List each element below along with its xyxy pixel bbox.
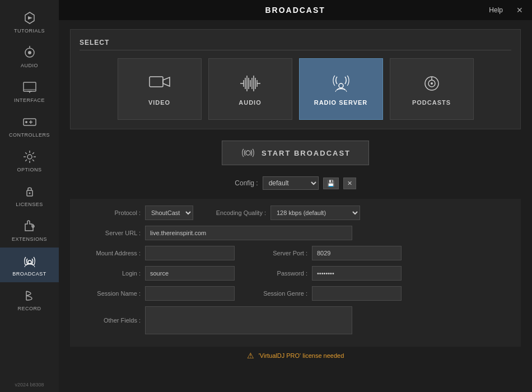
sidebar-label-controllers: CONTROLLERS: [9, 132, 50, 138]
sidebar-item-record[interactable]: RECORD: [0, 282, 59, 317]
titlebar: BROADCAST Help ✕: [59, 0, 532, 20]
server-port-label: Server Port :: [246, 250, 307, 256]
broadcast-btn-wrapper: START BROADCAST: [70, 141, 521, 165]
config-save-button[interactable]: 💾: [323, 178, 339, 189]
main-content: BROADCAST Help ✕ SELECT VIDEO: [59, 0, 532, 392]
warning-bar: ⚠ 'VirtualDJ PRO' license needed: [70, 347, 521, 365]
server-url-input[interactable]: [145, 226, 352, 240]
svg-point-32: [246, 151, 250, 155]
svg-point-30: [431, 82, 433, 85]
session-genre-label: Session Genre :: [246, 290, 307, 297]
session-row: Session Name : Session Genre :: [79, 286, 512, 301]
login-label: Login :: [79, 270, 141, 277]
card-audio[interactable]: AUDIO: [208, 58, 292, 120]
sidebar-item-tutorials[interactable]: TUTORIALS: [0, 4, 59, 39]
encoding-quality-select[interactable]: 128 kbps (default): [270, 206, 360, 220]
svg-rect-15: [150, 77, 163, 87]
start-broadcast-button[interactable]: START BROADCAST: [222, 141, 369, 165]
window-title: BROADCAST: [101, 6, 489, 15]
other-fields-row: Other Fields :: [79, 306, 512, 334]
session-name-input[interactable]: [145, 286, 235, 301]
start-broadcast-label: START BROADCAST: [262, 149, 351, 157]
card-podcasts-label: PODCASTS: [412, 99, 451, 106]
form-section: Protocol : ShoutCast Encoding Quality : …: [70, 199, 521, 347]
version-label: v2024 b8308: [10, 377, 48, 392]
config-row: Config : default 💾 ✕: [70, 176, 521, 190]
svg-rect-3: [24, 82, 36, 91]
svg-point-13: [29, 193, 30, 194]
server-port-input[interactable]: [312, 246, 402, 260]
sidebar-item-options[interactable]: OPTIONS: [0, 143, 59, 178]
sidebar-nav: TUTORIALS AUDIO INTERFACE: [0, 4, 59, 317]
card-video[interactable]: VIDEO: [118, 58, 202, 120]
svg-point-11: [27, 155, 32, 159]
other-fields-label: Other Fields :: [79, 317, 141, 324]
svg-point-14: [28, 260, 31, 264]
mount-server-row: Mount Address : Server Port :: [79, 246, 512, 260]
sidebar-label-record: RECORD: [17, 306, 41, 311]
sidebar-label-broadcast: BROADCAST: [12, 271, 46, 277]
sidebar-item-broadcast[interactable]: BROADCAST: [0, 248, 59, 282]
sidebar-label-audio: AUDIO: [21, 63, 38, 68]
protocol-row: Protocol : ShoutCast Encoding Quality : …: [79, 206, 512, 220]
sidebar-label-tutorials: TUTORIALS: [14, 28, 45, 34]
warning-icon: ⚠: [247, 351, 254, 360]
config-clear-button[interactable]: ✕: [343, 178, 356, 189]
card-radio-server[interactable]: RADIO SERVER: [299, 58, 383, 120]
content-area: SELECT VIDEO: [59, 20, 532, 392]
other-fields-textarea[interactable]: [145, 306, 352, 334]
login-input[interactable]: [145, 266, 235, 281]
svg-point-8: [25, 121, 27, 123]
config-select[interactable]: default: [263, 176, 319, 190]
sidebar-item-audio[interactable]: AUDIO: [0, 39, 59, 74]
select-label: SELECT: [80, 39, 511, 50]
mount-address-label: Mount Address :: [79, 250, 141, 256]
protocol-label: Protocol :: [79, 209, 141, 216]
protocol-select[interactable]: ShoutCast: [145, 206, 193, 220]
card-container: VIDEO: [80, 58, 511, 120]
sidebar-item-controllers[interactable]: CONTROLLERS: [0, 109, 59, 143]
svg-point-27: [339, 83, 343, 88]
card-radio-server-label: RADIO SERVER: [314, 99, 368, 106]
server-url-row: Server URL :: [79, 226, 512, 240]
sidebar: TUTORIALS AUDIO INTERFACE: [0, 0, 59, 392]
server-url-label: Server URL :: [79, 230, 141, 236]
encoding-quality-label: Encoding Quality :: [204, 209, 266, 216]
sidebar-item-extensions[interactable]: EXTENSIONS: [0, 213, 59, 248]
sidebar-label-options: OPTIONS: [17, 167, 41, 172]
warning-text: 'VirtualDJ PRO' license needed: [259, 352, 344, 359]
help-button[interactable]: Help: [489, 6, 503, 14]
password-input[interactable]: [312, 266, 402, 281]
mount-address-input[interactable]: [145, 246, 235, 260]
password-label: Password :: [246, 270, 307, 277]
close-button[interactable]: ✕: [516, 6, 523, 15]
card-video-label: VIDEO: [148, 99, 170, 106]
sidebar-item-interface[interactable]: INTERFACE: [0, 74, 59, 109]
sidebar-item-licenses[interactable]: LICENSES: [0, 178, 59, 213]
login-password-row: Login : Password :: [79, 266, 512, 281]
sidebar-label-interface: INTERFACE: [14, 97, 45, 103]
sidebar-label-licenses: LICENSES: [16, 202, 43, 207]
svg-point-1: [28, 51, 31, 54]
session-genre-input[interactable]: [312, 286, 402, 301]
card-audio-label: AUDIO: [239, 99, 261, 106]
select-panel: SELECT VIDEO: [70, 29, 521, 129]
sidebar-label-extensions: EXTENSIONS: [12, 236, 47, 242]
session-name-label: Session Name :: [79, 290, 141, 297]
card-podcasts[interactable]: PODCASTS: [390, 58, 474, 120]
config-label: Config :: [235, 179, 258, 187]
